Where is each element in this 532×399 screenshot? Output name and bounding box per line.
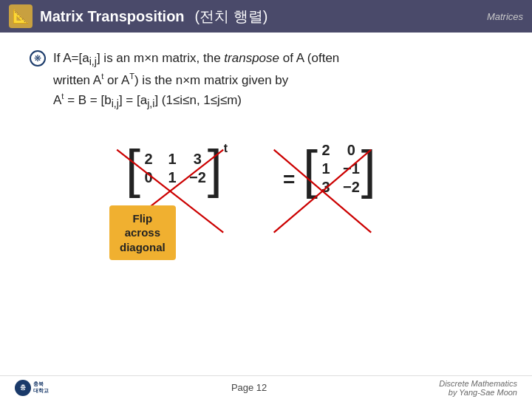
rcell-01: 0: [343, 142, 360, 159]
rcell-21: −2: [343, 179, 360, 196]
main-content: ❋ If A=[ai,j] is an m×n matrix, the tran…: [0, 33, 532, 282]
left-matrix: [ 2 1 3 0 1 −2 ]: [126, 142, 222, 195]
cell-11: 1: [166, 169, 179, 186]
footer: 충 충북대학교 Page 12 Discrete Mathematics by …: [0, 375, 532, 399]
icon-symbol: 📐: [13, 8, 29, 24]
cell-12: −2: [189, 169, 206, 186]
svg-text:❋: ❋: [34, 53, 41, 64]
rcell-11: −1: [343, 160, 360, 177]
credit-line2: by Yang-Sae Moon: [449, 388, 517, 397]
rcell-10: 1: [319, 160, 332, 177]
header-title: Matrix Transposition: [40, 8, 185, 25]
cross-lines-overlay: [30, 127, 502, 275]
header-icon: 📐: [9, 4, 33, 28]
cell-00: 2: [142, 151, 155, 168]
rcell-20: 3: [319, 179, 332, 196]
left-superscript-t: t: [224, 142, 228, 155]
logo-circle: 충: [15, 380, 31, 396]
right-matrix-grid: 2 0 1 −1 3 −2: [319, 142, 360, 196]
right-matrix-container: [ 2 0 1 −1 3 −2 ]: [303, 142, 376, 196]
flip-line3: diagonal: [120, 241, 166, 253]
header: 📐 Matrix Transposition (전치 행렬) Matrices: [0, 0, 532, 33]
bullet-icon: ❋: [30, 50, 46, 66]
logo-text: 충북대학교: [33, 381, 49, 394]
header-tag: Matrices: [487, 11, 523, 22]
left-bracket-left: [: [126, 142, 140, 195]
left-matrix-grid: 2 1 3 0 1 −2: [142, 151, 206, 186]
flip-label: Flip across diagonal: [109, 205, 176, 261]
credit-line1: Discrete Mathematics: [439, 379, 517, 388]
cell-10: 0: [142, 169, 155, 186]
right-matrix: [ 2 0 1 −1 3 −2 ]: [303, 142, 376, 196]
rcell-00: 2: [319, 142, 332, 159]
transpose-word: transpose: [224, 51, 279, 65]
left-matrix-container: [ 2 1 3 0 1 −2 ] t: [126, 142, 228, 195]
definition-row: ❋ If A=[ai,j] is an m×n matrix, the tran…: [30, 49, 502, 112]
math-area: [ 2 1 3 0 1 −2 ] t = [ 2: [30, 127, 502, 275]
university-logo: 충 충북대학교: [15, 379, 59, 397]
right-bracket-right: ]: [361, 143, 376, 196]
cell-02: 3: [189, 151, 206, 168]
equals-sign: =: [277, 168, 301, 191]
flip-line1: Flip: [133, 212, 153, 225]
right-bracket-left: [: [303, 143, 318, 196]
header-subtitle: (전치 행렬): [195, 7, 268, 27]
cell-01: 1: [166, 151, 179, 168]
footer-credit: Discrete Mathematics by Yang-Sae Moon: [439, 379, 517, 397]
footer-page: Page 12: [231, 382, 267, 393]
flip-line2: across: [125, 226, 160, 239]
definition-text: If A=[ai,j] is an m×n matrix, the transp…: [53, 49, 339, 112]
left-bracket-right: ]: [208, 142, 222, 195]
